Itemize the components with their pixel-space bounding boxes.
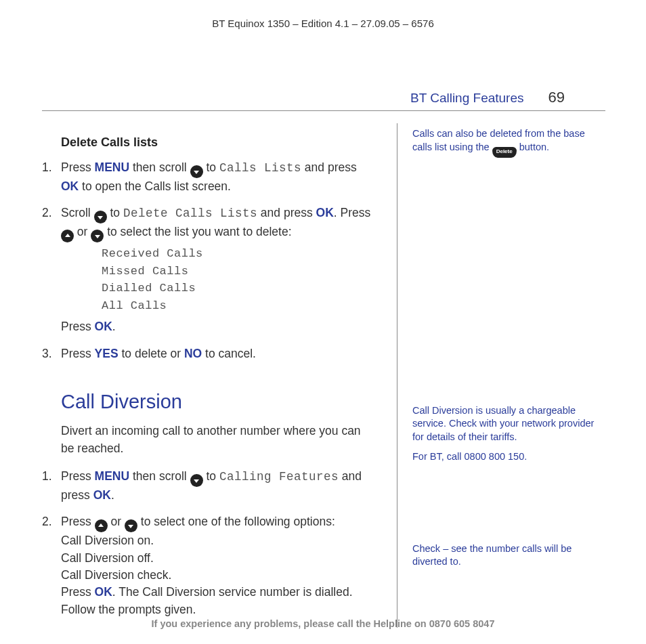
text: Press xyxy=(61,515,95,528)
side-note-delete: Calls can also be deleted from the base … xyxy=(412,127,605,158)
text: Press xyxy=(61,469,95,483)
text: Call Diversion is usually a chargeable s… xyxy=(412,404,605,444)
diversion-option: Call Diversion on. xyxy=(61,532,376,549)
diversion-option: Call Diversion check. xyxy=(61,567,376,584)
helpline-phone: 0870 605 8047 xyxy=(429,618,495,629)
ok-button-label: OK xyxy=(61,179,79,193)
text: . xyxy=(112,320,116,333)
text: to delete or xyxy=(119,347,184,360)
scroll-down-icon xyxy=(190,474,203,487)
text: to open the Calls list screen. xyxy=(79,179,231,193)
step-1: Press MENU then scroll to Calls Lists an… xyxy=(42,159,376,195)
text: Scroll xyxy=(61,206,94,219)
text: Press xyxy=(61,320,95,333)
section-header: BT Calling Features 69 xyxy=(42,89,605,111)
lcd-text: Calling Features xyxy=(219,470,339,484)
document-header: BT Equinox 1350 – Edition 4.1 – 27.09.05… xyxy=(0,0,646,29)
text: Check – see the number calls will be div… xyxy=(412,542,605,569)
ok-button-label: OK xyxy=(93,488,111,502)
step-1: Press MENU then scroll to Calling Featur… xyxy=(42,468,376,504)
text: and press xyxy=(301,160,357,174)
heading-delete-calls: Delete Calls lists xyxy=(61,135,376,150)
text: to xyxy=(107,206,123,219)
ok-button-label: OK xyxy=(316,206,334,219)
scroll-down-icon xyxy=(94,211,107,223)
lcd-text: Delete Calls Lists xyxy=(123,207,257,220)
page-number: 69 xyxy=(548,89,565,106)
text: For BT, call 0800 800 150. xyxy=(412,450,605,464)
scroll-down-icon xyxy=(91,230,104,242)
delete-button-icon: Delete xyxy=(492,147,517,158)
text: Press xyxy=(61,347,95,360)
text: If you experience any problems, please c… xyxy=(152,618,429,629)
text: to xyxy=(203,160,219,174)
menu-button-label: MENU xyxy=(95,160,130,174)
text: and press xyxy=(257,206,316,219)
text: button. xyxy=(519,142,549,152)
text: . xyxy=(111,488,114,502)
step-2: Press or to select one of the following … xyxy=(42,513,376,618)
text: Press xyxy=(61,160,95,174)
diversion-option: Call Diversion off. xyxy=(61,550,376,567)
text: then scroll xyxy=(129,160,190,174)
scroll-down-icon xyxy=(125,519,137,532)
scroll-up-icon xyxy=(61,230,74,242)
diversion-steps: Press MENU then scroll to Calling Featur… xyxy=(42,468,376,618)
call-list-options: Received Calls Missed Calls Dialled Call… xyxy=(102,245,376,314)
text: to xyxy=(203,469,219,483)
footer-helpline: If you experience any problems, please c… xyxy=(0,618,646,629)
option: All Calls xyxy=(102,297,376,315)
section-title: BT Calling Features xyxy=(410,91,524,106)
heading-call-diversion: Call Diversion xyxy=(61,391,376,413)
side-note-diversion: Call Diversion is usually a chargeable s… xyxy=(412,404,605,464)
diversion-intro: Divert an incoming call to another numbe… xyxy=(61,423,376,457)
scroll-up-icon xyxy=(95,519,108,532)
text: to cancel. xyxy=(202,347,256,360)
main-column: Delete Calls lists Press MENU then scrol… xyxy=(42,123,397,628)
ok-button-label: OK xyxy=(95,320,112,333)
step-2: Scroll to Delete Calls Lists and press O… xyxy=(42,205,376,335)
side-note-check: Check – see the number calls will be div… xyxy=(412,542,605,569)
menu-button-label: MENU xyxy=(95,469,130,483)
scroll-down-icon xyxy=(190,165,203,178)
no-button-label: NO xyxy=(184,347,202,360)
text: to select one of the following options: xyxy=(137,515,335,528)
delete-calls-steps: Press MENU then scroll to Calls Lists an… xyxy=(42,159,376,362)
text: then scroll xyxy=(129,469,190,483)
step-3: Press YES to delete or NO to cancel. xyxy=(42,345,376,362)
lcd-text: Calls Lists xyxy=(219,161,301,175)
option: Dialled Calls xyxy=(102,280,376,297)
option: Received Calls xyxy=(102,245,376,263)
text: Press xyxy=(61,585,95,599)
text: or xyxy=(108,515,125,528)
text: to select the list you want to delete: xyxy=(104,225,291,238)
text: or xyxy=(74,225,91,238)
ok-button-label: OK xyxy=(95,585,112,599)
yes-button-label: YES xyxy=(95,347,119,360)
side-column: Calls can also be deleted from the base … xyxy=(397,123,605,628)
option: Missed Calls xyxy=(102,263,376,280)
text: . Press xyxy=(334,206,370,219)
